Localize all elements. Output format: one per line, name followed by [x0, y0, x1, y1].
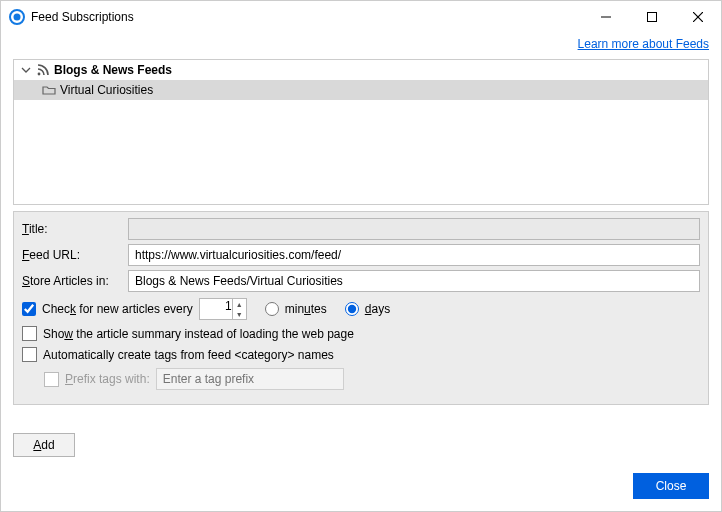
- check-interval-value: 1: [225, 299, 232, 313]
- spinner-buttons[interactable]: ▲▼: [232, 299, 246, 319]
- days-label: days: [365, 302, 390, 316]
- app-icon: [9, 9, 25, 25]
- show-summary-checkbox[interactable]: [22, 326, 37, 341]
- tree-child-label: Virtual Curiosities: [60, 83, 153, 97]
- feed-tree[interactable]: Blogs & News Feeds Virtual Curiosities: [13, 59, 709, 205]
- minutes-label: minutes: [285, 302, 327, 316]
- store-input[interactable]: [128, 270, 700, 292]
- add-button[interactable]: Add: [13, 433, 75, 457]
- content-area: Learn more about Feeds Blogs & News Feed…: [1, 33, 721, 511]
- title-input[interactable]: [128, 218, 700, 240]
- svg-rect-3: [648, 13, 657, 22]
- check-interval-checkbox[interactable]: [22, 302, 36, 316]
- rss-icon: [36, 63, 50, 77]
- window-controls: [583, 1, 721, 33]
- svg-point-1: [14, 14, 21, 21]
- close-button[interactable]: Close: [633, 473, 709, 499]
- check-interval-spinner[interactable]: 1 ▲▼: [199, 298, 247, 320]
- tree-child-row[interactable]: Virtual Curiosities: [14, 80, 708, 100]
- tree-root-label: Blogs & News Feeds: [54, 63, 172, 77]
- close-window-button[interactable]: [675, 1, 721, 33]
- window-title: Feed Subscriptions: [31, 10, 134, 24]
- learn-more-link[interactable]: Learn more about Feeds: [13, 37, 709, 51]
- store-label: Store Articles in:: [22, 274, 122, 288]
- autotag-label: Automatically create tags from feed <cat…: [43, 348, 334, 362]
- feed-url-input[interactable]: [128, 244, 700, 266]
- autotag-checkbox[interactable]: [22, 347, 37, 362]
- feed-url-label: Feed URL:: [22, 248, 122, 262]
- chevron-down-icon[interactable]: [20, 64, 32, 76]
- folder-icon: [42, 83, 56, 97]
- minutes-radio[interactable]: [265, 302, 279, 316]
- titlebar: Feed Subscriptions: [1, 1, 721, 33]
- title-label: Title:: [22, 222, 122, 236]
- minimize-button[interactable]: [583, 1, 629, 33]
- feed-properties-panel: Title: Feed URL: Store Articles in: Chec…: [13, 211, 709, 405]
- check-interval-label: Check for new articles every: [42, 302, 193, 316]
- show-summary-label: Show the article summary instead of load…: [43, 327, 354, 341]
- tree-root-row[interactable]: Blogs & News Feeds: [14, 60, 708, 80]
- prefix-input: [156, 368, 344, 390]
- prefix-label: Prefix tags with:: [65, 372, 150, 386]
- svg-point-6: [38, 73, 41, 76]
- maximize-button[interactable]: [629, 1, 675, 33]
- prefix-checkbox: [44, 372, 59, 387]
- days-radio[interactable]: [345, 302, 359, 316]
